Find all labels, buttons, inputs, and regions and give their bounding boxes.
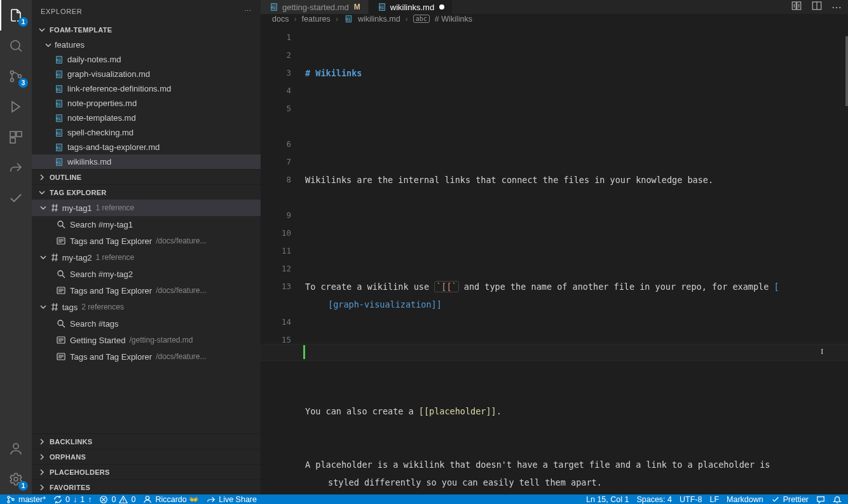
status-language[interactable]: Markdown bbox=[727, 495, 763, 504]
status-position[interactable]: Ln 15, Col 1 bbox=[586, 495, 629, 504]
chevron-down-icon bbox=[38, 203, 48, 213]
file-item[interactable]: wikilinks.md bbox=[32, 154, 261, 169]
hash-icon bbox=[50, 252, 60, 262]
section-backlinks[interactable]: BACKLINKS bbox=[32, 433, 261, 449]
status-spaces[interactable]: Spaces: 4 bbox=[636, 495, 672, 504]
editor-tab[interactable]: getting-started.mdM bbox=[261, 0, 369, 14]
sidebar-title-row: EXPLORER ⋯ bbox=[32, 0, 261, 22]
tag-item[interactable]: my-tag11 reference bbox=[32, 200, 261, 216]
note-icon bbox=[56, 335, 66, 345]
section-title: FAVORITES bbox=[50, 484, 90, 491]
explorer-sidebar: EXPLORER ⋯ FOAM-TEMPLATE features daily-… bbox=[32, 0, 261, 494]
file-item[interactable]: link-reference-definitions.md bbox=[32, 81, 261, 96]
chevron-right-icon bbox=[37, 172, 47, 182]
md-text: . bbox=[496, 406, 502, 416]
file-item[interactable]: spell-checking.md bbox=[32, 125, 261, 140]
search-icon bbox=[56, 219, 66, 229]
tag-reference[interactable]: Tags and Tag Explorer/docs/feature... bbox=[32, 233, 261, 249]
status-bell-icon[interactable] bbox=[833, 495, 842, 504]
activity-explorer-icon[interactable]: 1 bbox=[0, 0, 32, 31]
sidebar-more-icon[interactable]: ⋯ bbox=[244, 7, 252, 15]
tag-name: tags bbox=[62, 303, 78, 312]
svg-rect-8 bbox=[10, 138, 15, 143]
activity-account-icon[interactable] bbox=[0, 433, 32, 464]
file-label: spell-checking.md bbox=[67, 128, 133, 137]
section-favorites[interactable]: FAVORITES bbox=[32, 479, 261, 494]
file-item[interactable]: daily-notes.md bbox=[32, 52, 261, 67]
tag-search-label: Search #my-tag2 bbox=[70, 269, 133, 279]
tag-reference[interactable]: Tags and Tag Explorer/docs/feature... bbox=[32, 348, 261, 365]
note-icon bbox=[56, 285, 66, 296]
minimap-scroll-indicator[interactable] bbox=[845, 36, 848, 106]
md-file-icon bbox=[53, 113, 64, 123]
breadcrumb-seg[interactable]: # Wikilinks bbox=[435, 15, 472, 24]
split-diff-icon[interactable] bbox=[791, 0, 802, 14]
editor-text-area[interactable]: I 1234 5 67 8 910 111213 1415 # Wikilink… bbox=[261, 24, 848, 494]
md-file-icon bbox=[53, 84, 64, 94]
svg-point-2 bbox=[11, 41, 20, 50]
breadcrumb-seg[interactable]: features bbox=[302, 15, 331, 24]
gutter-cursor-indicator bbox=[303, 345, 305, 359]
section-placeholders[interactable]: PLACEHOLDERS bbox=[32, 464, 261, 479]
tag-reference[interactable]: Tags and Tag Explorer/docs/feature... bbox=[32, 282, 261, 299]
split-editor-icon[interactable] bbox=[811, 0, 823, 14]
activity-extensions-icon[interactable] bbox=[0, 122, 32, 153]
tag-refcount: 1 reference bbox=[96, 203, 135, 212]
file-item[interactable]: note-templates.md bbox=[32, 111, 261, 125]
md-text: You can also create a bbox=[305, 406, 419, 416]
status-branch[interactable]: master* bbox=[6, 495, 46, 504]
activity-share-icon[interactable] bbox=[0, 153, 32, 183]
md-file-icon bbox=[343, 14, 353, 24]
tag-search[interactable]: Search #my-tag2 bbox=[32, 266, 261, 282]
tag-item[interactable]: tags2 references bbox=[32, 299, 261, 315]
tag-explorer-header[interactable]: TAG EXPLORER bbox=[32, 184, 261, 200]
activity-search-icon[interactable] bbox=[0, 31, 32, 61]
svg-point-9 bbox=[13, 444, 18, 449]
status-feedback-icon[interactable] bbox=[816, 495, 825, 504]
status-encoding[interactable]: UTF-8 bbox=[680, 495, 702, 504]
tag-search[interactable]: Search #tags bbox=[32, 315, 261, 332]
file-item[interactable]: tags-and-tag-explorer.md bbox=[32, 140, 261, 154]
folder-features[interactable]: features bbox=[32, 37, 261, 52]
outline-header[interactable]: OUTLINE bbox=[32, 169, 261, 184]
editor-tab[interactable]: wikilinks.md bbox=[369, 0, 453, 14]
folder-root-header[interactable]: FOAM-TEMPLATE bbox=[32, 22, 261, 37]
file-label: graph-visualization.md bbox=[67, 69, 150, 79]
tag-search[interactable]: Search #my-tag1 bbox=[32, 216, 261, 233]
search-icon bbox=[56, 269, 66, 279]
editor-content[interactable]: # Wikilinks Wikilinks are the internal l… bbox=[305, 24, 848, 494]
status-problems[interactable]: 0 0 bbox=[99, 495, 135, 504]
editor-more-icon[interactable]: ⋯ bbox=[831, 1, 842, 13]
chevron-right-icon bbox=[37, 467, 47, 477]
breadcrumb-seg[interactable]: wikilinks.md bbox=[358, 15, 400, 24]
file-item[interactable]: graph-visualization.md bbox=[32, 67, 261, 81]
chevron-down-icon bbox=[37, 25, 47, 35]
section-orphans[interactable]: ORPHANS bbox=[32, 449, 261, 464]
status-prettier[interactable]: Prettier bbox=[771, 495, 809, 504]
activity-settings-icon[interactable]: 1 bbox=[0, 464, 32, 494]
status-user[interactable]: Riccardo 👐 bbox=[143, 494, 199, 504]
activity-run-icon[interactable] bbox=[0, 92, 32, 122]
svg-point-18 bbox=[146, 496, 149, 499]
activity-check-icon[interactable] bbox=[0, 183, 32, 214]
svg-point-10 bbox=[14, 477, 18, 481]
status-liveshare[interactable]: Live Share bbox=[207, 495, 257, 504]
file-item[interactable]: note-properties.md bbox=[32, 96, 261, 111]
breadcrumbs[interactable]: docs › features › wikilinks.md › abc # W… bbox=[261, 14, 848, 24]
status-sync[interactable]: 0↓ 1↑ bbox=[53, 495, 92, 504]
tag-search-label: Search #my-tag1 bbox=[70, 220, 133, 229]
heading-symbol-icon: abc bbox=[413, 15, 430, 23]
breadcrumb-seg[interactable]: docs bbox=[272, 15, 289, 24]
line-number-gutter: 1234 5 67 8 910 111213 1415 bbox=[261, 24, 305, 494]
tag-ref-title: Tags and Tag Explorer bbox=[70, 286, 152, 296]
activity-bar: 1 3 bbox=[0, 0, 32, 494]
section-title: ORPHANS bbox=[50, 453, 86, 461]
chevron-down-icon bbox=[37, 187, 47, 198]
hash-icon bbox=[50, 203, 60, 213]
tag-reference[interactable]: Getting Started/getting-started.md bbox=[32, 332, 261, 348]
status-eol[interactable]: LF bbox=[709, 495, 719, 504]
scm-badge: 3 bbox=[18, 78, 28, 88]
tag-ref-path: /docs/feature... bbox=[156, 236, 206, 245]
activity-scm-icon[interactable]: 3 bbox=[0, 61, 32, 92]
tag-item[interactable]: my-tag21 reference bbox=[32, 249, 261, 266]
